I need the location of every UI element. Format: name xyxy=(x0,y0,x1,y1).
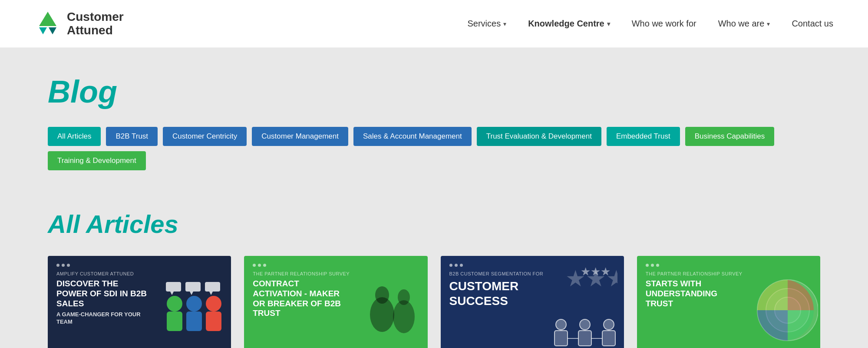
blog-section: Blog All Articles B2B Trust Customer Cen… xyxy=(0,48,868,188)
nav-who-we-work-for[interactable]: Who we work for xyxy=(632,19,696,29)
svg-marker-15 xyxy=(209,292,213,295)
card-label: AMPLIFY Customer Attuned xyxy=(56,271,222,276)
card-title: DISCOVER THE POWER OF SDI IN B2B SALES xyxy=(56,279,148,308)
svg-point-4 xyxy=(167,296,182,312)
nav-contact-us[interactable]: Contact us xyxy=(792,19,833,29)
card-title: STARTS WITH UNDERSTANDING TRUST xyxy=(646,279,737,308)
site-header: Customer Attuned Services ▾ Knowledge Ce… xyxy=(0,0,868,48)
filter-sales-account-management[interactable]: Sales & Account Management xyxy=(353,127,472,146)
card-dots xyxy=(253,264,419,267)
filter-b2b-trust[interactable]: B2B Trust xyxy=(106,127,158,146)
dot xyxy=(656,264,659,267)
nav-services[interactable]: Services ▾ xyxy=(467,19,506,29)
logo-text: Customer Attuned xyxy=(67,10,124,37)
svg-rect-14 xyxy=(205,282,220,292)
filter-business-capabilities[interactable]: Business Capabilities xyxy=(685,127,775,146)
card-subtitle: A GAME-CHANGER FOR YOUR TEAM xyxy=(56,311,148,326)
svg-marker-11 xyxy=(170,292,174,295)
dot xyxy=(258,264,261,267)
filter-customer-centricity[interactable]: Customer Centricity xyxy=(163,127,247,146)
articles-cards-row: AMPLIFY Customer Attuned DISCOVER THE PO… xyxy=(48,256,820,348)
dot xyxy=(253,264,256,267)
svg-rect-12 xyxy=(185,282,201,292)
article-card-3[interactable]: B2B CUSTOMER SEGMENTATION FOR CUSTOMER S… xyxy=(441,256,624,348)
svg-point-19 xyxy=(393,300,415,333)
filter-customer-management[interactable]: Customer Management xyxy=(252,127,348,146)
articles-title: All Articles xyxy=(48,209,820,239)
dot xyxy=(263,264,266,267)
article-card-2[interactable]: THE PARTNER RELATIONSHIP SURVEY CONTRACT… xyxy=(244,256,427,348)
svg-point-6 xyxy=(186,296,202,312)
svg-rect-5 xyxy=(167,312,182,331)
svg-rect-27 xyxy=(602,331,615,346)
svg-rect-10 xyxy=(166,282,181,292)
card-figure-people xyxy=(550,317,620,348)
dot xyxy=(67,264,70,267)
filter-trust-evaluation[interactable]: Trust Evaluation & Development xyxy=(477,127,601,146)
dot xyxy=(56,264,59,267)
svg-rect-25 xyxy=(578,331,591,346)
filter-training-development[interactable]: Training & Development xyxy=(48,151,146,170)
svg-marker-3 xyxy=(47,27,49,30)
svg-marker-13 xyxy=(190,292,193,295)
nav-knowledge-centre[interactable]: Knowledge Centre ▾ xyxy=(528,19,610,29)
articles-section: All Articles AMPLIFY Customer Attuned DI… xyxy=(0,188,868,348)
dot xyxy=(62,264,65,267)
svg-point-26 xyxy=(604,319,614,330)
svg-text:★★★: ★★★ xyxy=(581,265,611,278)
logo-icon xyxy=(35,11,61,37)
card-dots xyxy=(56,264,222,267)
svg-point-8 xyxy=(206,296,221,312)
svg-point-24 xyxy=(580,319,590,330)
card-label: THE PARTNER RELATIONSHIP SURVEY xyxy=(253,271,419,276)
filter-embedded-trust[interactable]: Embedded Trust xyxy=(607,127,680,146)
card-dots xyxy=(646,264,812,267)
chevron-down-icon: ▾ xyxy=(767,20,770,27)
card-title: CUSTOMER SUCCESS xyxy=(449,279,541,308)
dot xyxy=(460,264,463,267)
dot xyxy=(646,264,649,267)
card-figure-stars: ★★★ ★★★ xyxy=(565,260,617,295)
svg-rect-9 xyxy=(206,312,221,331)
svg-point-22 xyxy=(556,319,566,330)
blog-title: Blog xyxy=(48,74,820,109)
svg-marker-2 xyxy=(49,27,56,34)
chevron-down-icon: ▾ xyxy=(607,20,610,27)
svg-rect-23 xyxy=(554,331,568,346)
nav-who-we-are[interactable]: Who we are ▾ xyxy=(718,19,770,29)
article-card-4[interactable]: THE PARTNER RELATIONSHIP SURVEY STARTS W… xyxy=(637,256,820,348)
svg-marker-1 xyxy=(39,27,47,34)
article-card-1[interactable]: AMPLIFY Customer Attuned DISCOVER THE PO… xyxy=(48,256,231,348)
filter-tags-container: All Articles B2B Trust Customer Centrici… xyxy=(48,127,820,170)
card-title: CONTRACT ACTIVATION - MAKER OR BREAKER O… xyxy=(253,279,344,318)
card-figure-silhouettes xyxy=(365,282,421,338)
logo[interactable]: Customer Attuned xyxy=(35,10,124,37)
dot xyxy=(449,264,452,267)
svg-point-17 xyxy=(370,297,394,332)
chevron-down-icon: ▾ xyxy=(503,20,506,27)
svg-marker-0 xyxy=(39,12,56,26)
svg-rect-7 xyxy=(186,312,202,331)
dot xyxy=(455,264,458,267)
dot xyxy=(651,264,654,267)
card-figure-chart xyxy=(740,273,818,347)
card-figure-people-chat xyxy=(157,280,227,341)
main-nav: Services ▾ Knowledge Centre ▾ Who we wor… xyxy=(467,19,833,29)
filter-all-articles[interactable]: All Articles xyxy=(48,127,101,146)
